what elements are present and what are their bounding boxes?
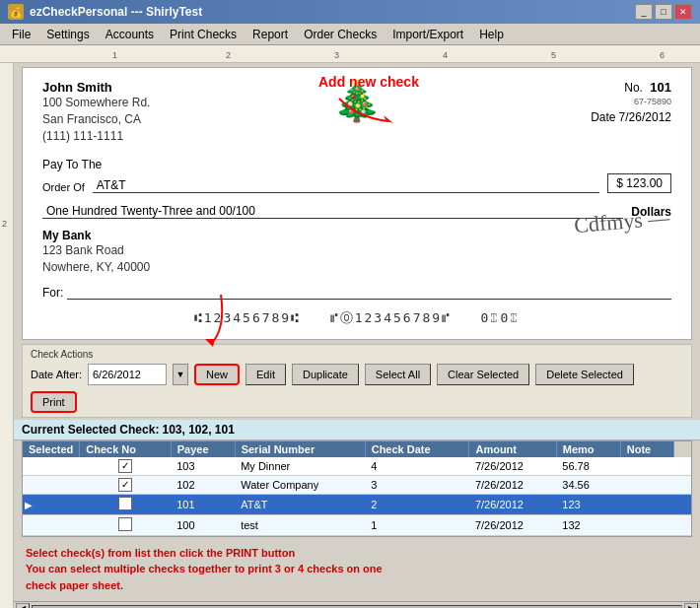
delete-selected-button[interactable]: Delete Selected [535, 364, 634, 385]
check-no-value: 101 [650, 80, 671, 95]
current-selected-value: 103, 102, 101 [162, 423, 234, 437]
for-underline [67, 284, 671, 300]
amount-cell: 34.56 [556, 475, 620, 494]
window-controls: _ □ ✕ [635, 4, 692, 20]
check-area-wrapper: 🎄 John Smith 100 Somewhere Rd. San Franc… [14, 67, 700, 340]
signature-area: Cdfmys — [576, 209, 671, 276]
menu-print-checks[interactable]: Print Checks [162, 26, 245, 43]
annotation-line1: Select check(s) from list then click the… [26, 545, 688, 562]
current-selected-label: Current Selected Check: [22, 423, 159, 437]
annotation-line2: You can select multiple checks together … [26, 561, 688, 577]
check-actions-controls: Date After: ▼ New Edit Duplicate Select … [31, 364, 683, 413]
check-table: Selected Check No Payee Serial Number Ch… [23, 441, 691, 536]
amount-cell: 123 [556, 494, 620, 514]
serial-cell: 1 [365, 514, 469, 535]
note-cell [674, 494, 691, 514]
app-icon: 💰 [8, 4, 24, 20]
order-of-label: Order Of [42, 181, 85, 193]
maximize-button[interactable]: □ [655, 4, 672, 20]
check-checkbox[interactable] [118, 497, 132, 510]
col-amount: Amount [469, 441, 556, 457]
check-address: 100 Somewhere Rd. San Francisco, CA (111… [42, 95, 150, 144]
amount-cell: 56.78 [556, 457, 620, 476]
pay-to-label: Pay To The [42, 158, 102, 171]
check-no-cell: 100 [171, 514, 235, 535]
col-note: Note [620, 441, 673, 457]
date-label: Date [591, 110, 615, 124]
check-checkbox[interactable]: ✓ [118, 459, 132, 473]
table-row[interactable]: 100test17/26/2012132 [23, 514, 691, 535]
bottom-annotation: Select check(s) from list then click the… [22, 541, 692, 598]
table-row[interactable]: ✓103My Dinner47/26/201256.78 [23, 457, 691, 476]
side-ruler: 2 [0, 63, 14, 608]
arrow-to-new [329, 94, 408, 123]
table-row[interactable]: ✓102Water Company37/26/201234.56 [23, 475, 691, 494]
note-cell [674, 514, 691, 535]
date-cell: 7/26/2012 [469, 457, 556, 476]
menu-report[interactable]: Report [245, 26, 296, 43]
edit-button[interactable]: Edit [245, 364, 286, 385]
memo-cell [620, 494, 673, 514]
note-cell [674, 457, 691, 476]
scroll-left-arrow[interactable]: ◀ [16, 603, 30, 608]
check-checkbox[interactable]: ✓ [118, 478, 132, 492]
svg-marker-0 [384, 115, 393, 123]
menu-import-export[interactable]: Import/Export [385, 26, 471, 43]
menu-accounts[interactable]: Accounts [98, 26, 162, 43]
print-button[interactable]: Print [31, 391, 77, 413]
ruler: 1 2 3 4 5 6 [0, 45, 700, 63]
menu-settings[interactable]: Settings [38, 26, 97, 43]
col-selected: Selected [23, 441, 80, 457]
menu-file[interactable]: File [4, 26, 38, 43]
checkbox-cell[interactable]: ✓ [80, 475, 171, 494]
duplicate-button[interactable]: Duplicate [292, 364, 359, 385]
check-no-label: No. [624, 81, 643, 95]
add-new-check-label: Add new check [318, 74, 419, 90]
memo-cell [620, 475, 673, 494]
date-after-input[interactable] [88, 364, 167, 385]
check-date-line: Date 7/26/2012 [591, 110, 671, 124]
check-actions-panel: Check Actions Date After: ▼ New Edit Dup… [22, 344, 692, 418]
select-all-button[interactable]: Select All [365, 364, 431, 385]
annotation-add-new: Add new check [318, 74, 419, 123]
signature: Cdfmys — [573, 205, 674, 280]
horizontal-scrollbar[interactable]: ◀ ▶ [14, 601, 700, 608]
table-header-row: Selected Check No Payee Serial Number Ch… [23, 441, 691, 457]
menu-bar: File Settings Accounts Print Checks Repo… [0, 24, 700, 45]
bank-section: My Bank 123 Bank Road Nowhere, KY, 40000… [42, 229, 671, 276]
current-selected-bar: Current Selected Check: 103, 102, 101 [14, 420, 700, 440]
checkbox-cell[interactable]: ✓ [80, 457, 171, 476]
check-actions-title: Check Actions [31, 349, 683, 360]
check-checkbox[interactable] [118, 517, 132, 531]
date-dropdown-arrow[interactable]: ▼ [173, 364, 188, 385]
date-cell: 7/26/2012 [469, 475, 556, 494]
checkbox-cell[interactable] [80, 514, 171, 535]
payee-cell: My Dinner [235, 457, 365, 476]
payee-cell: Water Company [235, 475, 365, 494]
memo-cell [620, 514, 673, 535]
actions-wrapper: Check Actions Date After: ▼ New Edit Dup… [14, 344, 700, 418]
col-date: Check Date [365, 441, 469, 457]
close-button[interactable]: ✕ [674, 4, 692, 20]
menu-order-checks[interactable]: Order Checks [296, 26, 385, 43]
menu-help[interactable]: Help [471, 26, 512, 43]
serial-cell: 2 [365, 494, 469, 514]
amount-cell: 132 [556, 514, 620, 535]
minimize-button[interactable]: _ [635, 4, 653, 20]
pay-to-line: Order Of AT&T $ 123.00 [42, 173, 671, 193]
payee-line: AT&T [93, 177, 599, 193]
check-table-container: Selected Check No Payee Serial Number Ch… [22, 440, 692, 537]
amount-words: One Hundred Twenty-Three and 00/100 [42, 203, 623, 219]
new-button[interactable]: New [194, 364, 240, 385]
check-date: 7/26/2012 [619, 110, 671, 124]
table-row[interactable]: ▶101AT&T27/26/2012123 [23, 494, 691, 514]
scroll-right-arrow[interactable]: ▶ [684, 603, 698, 608]
note-cell [674, 475, 691, 494]
clear-selected-button[interactable]: Clear Selected [437, 364, 529, 385]
col-memo: Memo [556, 441, 620, 457]
date-cell: 7/26/2012 [469, 494, 556, 514]
check-routing: 67-75890 [591, 97, 671, 106]
check-number-area: No. 101 67-75890 Date 7/26/2012 [591, 80, 671, 144]
check-display: 🎄 John Smith 100 Somewhere Rd. San Franc… [22, 67, 692, 340]
checkbox-cell[interactable] [80, 494, 171, 514]
